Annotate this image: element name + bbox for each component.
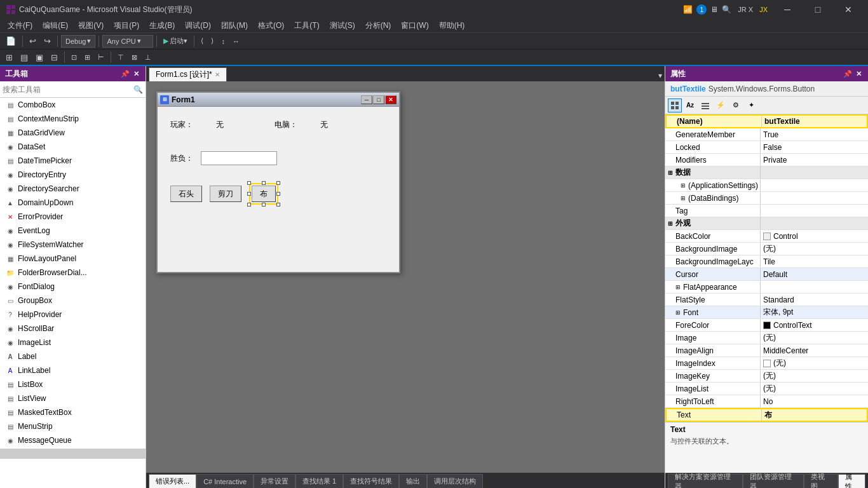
secondary-btn-2[interactable]: ▤: [17, 50, 31, 64]
secondary-btn-4[interactable]: ⊟: [48, 50, 61, 64]
resize-handle-s[interactable]: [262, 203, 266, 207]
align-bottom[interactable]: ⊥: [142, 50, 154, 64]
toolbox-item-domainupdown[interactable]: ▲ DomainUpDown: [0, 196, 146, 210]
props-tool-categorized[interactable]: [668, 98, 682, 112]
toolbox-item-hscrollbar[interactable]: ◉ HScrollBar: [0, 322, 146, 336]
menu-edit[interactable]: 编辑(E): [37, 19, 73, 33]
resize-handle-ne[interactable]: [276, 181, 280, 185]
secondary-btn-1[interactable]: ⊞: [3, 50, 16, 64]
scissors-button[interactable]: 剪刀: [210, 186, 241, 202]
menu-view[interactable]: 视图(V): [73, 19, 109, 33]
resize-handle-n[interactable]: [262, 181, 266, 185]
bottom-tab-interactive[interactable]: C# Interactive: [196, 474, 254, 488]
toolbox-item-listview[interactable]: ▤ ListView: [0, 391, 146, 405]
expand-icon-data[interactable]: ⊞: [668, 170, 673, 176]
expand-icon-appsettings[interactable]: ⊞: [681, 182, 686, 189]
maximize-button[interactable]: □: [803, 0, 832, 19]
undo-btn[interactable]: ↩: [26, 34, 39, 48]
search-icon[interactable]: 🔍: [722, 5, 731, 14]
tab-form1-design-close[interactable]: ✕: [215, 71, 220, 78]
new-project-btn[interactable]: 📄: [3, 34, 19, 48]
menu-build[interactable]: 生成(B): [144, 19, 180, 33]
resize-handle-w[interactable]: [247, 192, 251, 196]
menu-project[interactable]: 项目(P): [109, 19, 144, 33]
toolbox-close-btn[interactable]: ✕: [132, 70, 140, 78]
toolbox-item-dataset[interactable]: ◉ DataSet: [0, 140, 146, 154]
form-maximize-btn[interactable]: □: [373, 95, 384, 104]
toolbox-item-groupbox[interactable]: ▭ GroupBox: [0, 294, 146, 308]
menu-team[interactable]: 团队(M): [216, 19, 253, 33]
toolbox-item-messagequeue[interactable]: ◉ MessageQueue: [0, 433, 146, 447]
design-canvas[interactable]: ⊞ Form1 ─ □ ✕ 玩家： 无: [146, 81, 665, 473]
form-minimize-btn[interactable]: ─: [361, 95, 372, 104]
toolbox-item-datetimepicker[interactable]: ▤ DateTimePicker: [0, 154, 146, 168]
tab-class-view[interactable]: 类视图: [804, 474, 838, 488]
menu-debug[interactable]: 调试(D): [180, 19, 216, 33]
tool-btn-4[interactable]: ↔: [229, 34, 243, 48]
toolbox-item-linklabel[interactable]: A LinkLabel: [0, 363, 146, 377]
bottom-tab-output[interactable]: 输出: [399, 474, 427, 488]
user-initials[interactable]: JR X: [738, 6, 753, 13]
toolbox-item-datagridview[interactable]: ▦ DataGridView: [0, 126, 146, 140]
minimize-button[interactable]: ─: [773, 0, 802, 19]
user-extra[interactable]: JX: [759, 6, 768, 13]
toolbox-item-combobox[interactable]: ▤ ComboBox: [0, 98, 146, 112]
form-close-btn[interactable]: ✕: [385, 95, 397, 104]
toolbox-item-helpprovider[interactable]: ? HelpProvider: [0, 308, 146, 322]
toolbox-search-input[interactable]: [3, 85, 133, 94]
toolbox-item-listbox[interactable]: ▤ ListBox: [0, 377, 146, 391]
toolbox-pin-btn[interactable]: 📌: [119, 70, 131, 78]
notification-count[interactable]: 1: [696, 4, 707, 15]
cpu-config-dropdown[interactable]: Any CPU ▾: [102, 35, 153, 48]
bottom-tab-exceptions[interactable]: 异常设置: [254, 474, 295, 488]
toolbox-item-fontdialog[interactable]: ◉ FontDialog: [0, 280, 146, 294]
close-button[interactable]: ✕: [834, 0, 863, 19]
toolbox-item-errorprovider[interactable]: ✕ ErrorProvider: [0, 210, 146, 224]
tool-btn-3[interactable]: ↕: [218, 34, 228, 48]
toolbox-item-contextmenustrip[interactable]: ▤ ContextMenuStrip: [0, 112, 146, 126]
expand-icon-appearance[interactable]: ⊞: [668, 220, 673, 227]
result-textbox[interactable]: [201, 151, 277, 165]
props-tool-properties[interactable]: [698, 98, 712, 112]
menu-file[interactable]: 文件(F): [3, 19, 37, 33]
props-row-font[interactable]: ⊞ Font 宋体, 9pt: [665, 306, 868, 319]
toolbox-item-menustrip[interactable]: ▤ MenuStrip: [0, 419, 146, 433]
rock-button[interactable]: 石头: [170, 186, 202, 202]
debug-config-dropdown[interactable]: Debug ▾: [61, 35, 95, 48]
toolbox-item-imagelist[interactable]: ◉ ImageList: [0, 336, 146, 349]
align-center-h[interactable]: ⊞: [81, 50, 93, 64]
start-btn[interactable]: ▶ 启动 ▾: [160, 34, 191, 48]
toolbox-item-folderbrowserdialog[interactable]: 📁 FolderBrowserDial...: [0, 266, 146, 280]
props-tool-settings[interactable]: ⚙: [729, 98, 743, 112]
tab-overflow-btn[interactable]: ▾: [658, 71, 662, 81]
props-row-cursor[interactable]: Cursor Default: [665, 268, 868, 281]
properties-close-btn[interactable]: ✕: [855, 70, 863, 78]
tool-btn-2[interactable]: ⟩: [208, 34, 217, 48]
tool-btn-1[interactable]: ⟨: [198, 34, 207, 48]
menu-help[interactable]: 帮助(H): [434, 19, 470, 33]
tab-form1-design[interactable]: Form1.cs [设计]* ✕: [149, 67, 227, 81]
toolbox-item-eventlog[interactable]: ◉ EventLog: [0, 224, 146, 238]
expand-icon-font[interactable]: ⊞: [675, 309, 681, 316]
props-row-text[interactable]: Text 布: [665, 408, 868, 422]
toolbox-item-maskedtextbox[interactable]: ▤ MaskedTextBox: [0, 405, 146, 419]
menu-tools[interactable]: 工具(T): [289, 19, 324, 33]
toolbox-item-filesystemwatcher[interactable]: ◉ FileSystemWatcher: [0, 238, 146, 252]
props-tool-events[interactable]: ⚡: [714, 98, 728, 112]
menu-window[interactable]: 窗口(W): [396, 19, 433, 33]
bottom-tab-callhier[interactable]: 调用层次结构: [427, 474, 483, 488]
menu-test[interactable]: 测试(S): [325, 19, 360, 33]
toolbox-item-directoryentry[interactable]: ◉ DirectoryEntry: [0, 168, 146, 182]
menu-format[interactable]: 格式(O): [253, 19, 289, 33]
menu-analyze[interactable]: 分析(N): [360, 19, 397, 33]
expand-icon-flatappearance[interactable]: ⊞: [675, 284, 681, 290]
props-tool-alphabetical[interactable]: Az: [683, 98, 697, 112]
expand-icon-databindings[interactable]: ⊞: [681, 195, 686, 201]
bottom-tab-findsymbol[interactable]: 查找符号结果: [343, 474, 399, 488]
resize-handle-nw[interactable]: [247, 181, 251, 185]
tab-solution-explorer[interactable]: 解决方案资源管理器: [668, 474, 743, 488]
resize-handle-sw[interactable]: [247, 203, 251, 207]
toolbox-item-directorysearcher[interactable]: ◉ DirectorySearcher: [0, 182, 146, 196]
toolbox-item-label[interactable]: A Label: [0, 349, 146, 363]
props-tool-extra[interactable]: ✦: [744, 98, 758, 112]
